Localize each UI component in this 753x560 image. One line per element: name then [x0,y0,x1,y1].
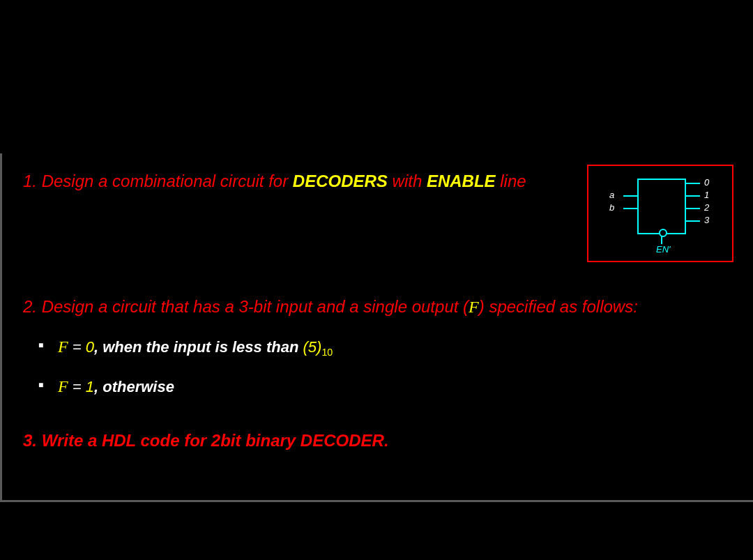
label-out0: 0 [704,177,709,188]
b1-txt: , when the input is less than [94,338,303,356]
label-enable: EN' [656,244,671,255]
label-b: b [609,202,614,213]
q2-bullets: F = 0, when the input is less than (5)10… [23,338,753,396]
decoder-diagram: a b EN' 0 1 2 3 [587,165,733,262]
label-out1: 1 [704,190,709,200]
q2-paren-close: ) [479,297,485,316]
q2-part2: specified as follows: [485,297,638,316]
decoder-chip [637,179,686,234]
q2-part1: Design a circuit that has a 3-bit input … [42,297,463,316]
question-3-text: 3. Write a HDL code for 2bit binary DECO… [23,431,753,451]
b2-val: 1 [86,378,94,395]
pin-out3 [686,220,700,222]
b1-F: F [58,338,68,356]
q1-decoders: DECODERS [293,172,388,190]
pin-out0 [686,183,700,184]
b1-five: (5) [303,338,321,356]
q1-part1: Design a combinational circuit for [42,172,293,190]
q2-F: F [469,298,479,316]
b2-F: F [58,377,68,395]
label-a: a [609,190,614,200]
pin-out1 [686,195,700,197]
q1-enable: ENABLE [427,172,496,190]
pin-a [623,195,637,197]
pin-b [623,208,637,209]
label-out3: 3 [704,215,709,225]
pin-out2 [686,208,700,209]
b1-eq: = [68,338,86,356]
q1-number: 1. [23,172,42,190]
b2-txt: , otherwise [94,378,174,395]
pin-enable [661,234,662,244]
question-2-text: 2. Design a circuit that has a 3-bit inp… [23,297,753,317]
bullet-2: F = 1, otherwise [58,377,753,396]
question-1-text: 1. Design a combinational circuit for DE… [23,165,587,191]
q2-number: 2. [23,297,42,316]
q1-with: with [388,172,427,190]
label-out2: 2 [704,202,709,213]
slide-content: 1. Design a combinational circuit for DE… [0,153,753,502]
b1-val: 0 [86,338,94,356]
b2-eq: = [68,378,86,395]
q1-line: line [496,172,526,190]
q2-paren-open: ( [463,297,469,316]
bullet-1: F = 0, when the input is less than (5)10 [58,338,753,358]
question-1-row: 1. Design a combinational circuit for DE… [23,165,753,262]
b1-sub: 10 [321,347,333,358]
